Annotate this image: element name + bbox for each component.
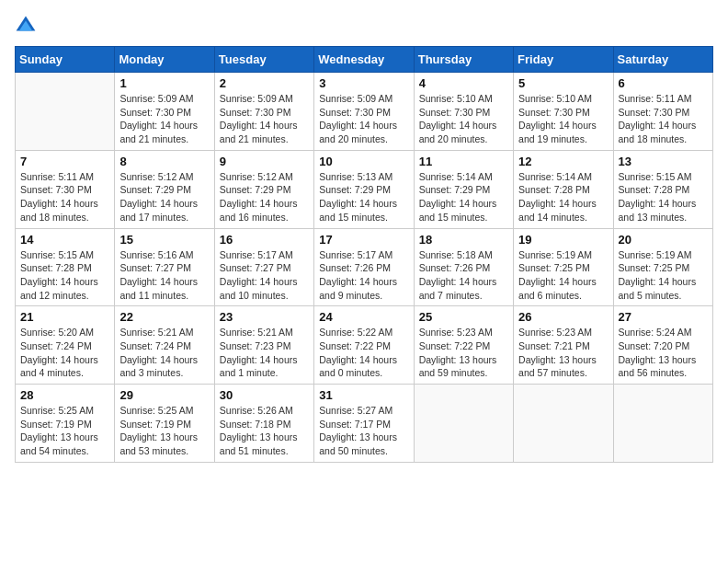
day-number: 18 (419, 233, 508, 247)
day-info: Sunrise: 5:25 AM Sunset: 7:19 PM Dayligh… (119, 404, 209, 458)
day-info: Sunrise: 5:24 AM Sunset: 7:20 PM Dayligh… (619, 326, 708, 380)
day-number: 6 (619, 76, 708, 90)
day-number: 29 (119, 388, 209, 402)
day-info: Sunrise: 5:18 AM Sunset: 7:26 PM Dayligh… (419, 248, 508, 303)
day-number: 1 (119, 76, 209, 90)
day-number: 11 (419, 155, 508, 168)
day-number: 13 (619, 155, 708, 168)
calendar-cell (514, 385, 613, 463)
day-info: Sunrise: 5:20 AM Sunset: 7:24 PM Dayligh… (20, 326, 109, 380)
day-number: 14 (20, 233, 109, 247)
calendar-cell: 4Sunrise: 5:10 AM Sunset: 7:30 PM Daylig… (414, 73, 513, 151)
day-info: Sunrise: 5:17 AM Sunset: 7:27 PM Dayligh… (220, 248, 309, 303)
day-number: 7 (20, 155, 109, 168)
day-number: 4 (419, 76, 508, 90)
day-info: Sunrise: 5:16 AM Sunset: 7:27 PM Dayligh… (119, 248, 209, 303)
column-header-thursday: Thursday (414, 47, 513, 73)
column-header-wednesday: Wednesday (314, 47, 414, 73)
day-number: 9 (220, 155, 309, 168)
calendar-cell: 27Sunrise: 5:24 AM Sunset: 7:20 PM Dayli… (613, 306, 712, 385)
calendar-cell: 14Sunrise: 5:15 AM Sunset: 7:28 PM Dayli… (16, 228, 115, 306)
day-number: 20 (619, 233, 708, 247)
day-number: 16 (220, 233, 309, 247)
calendar-cell: 7Sunrise: 5:11 AM Sunset: 7:30 PM Daylig… (16, 150, 115, 228)
day-info: Sunrise: 5:09 AM Sunset: 7:30 PM Dayligh… (220, 92, 309, 146)
calendar-header-row: SundayMondayTuesdayWednesdayThursdayFrid… (16, 47, 713, 73)
calendar-cell: 16Sunrise: 5:17 AM Sunset: 7:27 PM Dayli… (214, 228, 313, 306)
day-number: 24 (319, 310, 408, 324)
column-header-sunday: Sunday (16, 47, 115, 73)
calendar-cell: 2Sunrise: 5:09 AM Sunset: 7:30 PM Daylig… (214, 73, 313, 151)
calendar-cell: 11Sunrise: 5:14 AM Sunset: 7:29 PM Dayli… (414, 150, 513, 228)
calendar-cell: 12Sunrise: 5:14 AM Sunset: 7:28 PM Dayli… (514, 150, 613, 228)
day-number: 3 (319, 76, 408, 90)
day-info: Sunrise: 5:12 AM Sunset: 7:29 PM Dayligh… (119, 170, 209, 224)
day-number: 26 (518, 310, 608, 324)
calendar-cell: 20Sunrise: 5:19 AM Sunset: 7:25 PM Dayli… (613, 228, 712, 306)
column-header-saturday: Saturday (613, 47, 712, 73)
day-info: Sunrise: 5:10 AM Sunset: 7:30 PM Dayligh… (419, 92, 508, 146)
logo-icon (15, 15, 37, 37)
day-info: Sunrise: 5:19 AM Sunset: 7:25 PM Dayligh… (518, 248, 608, 303)
calendar-cell: 13Sunrise: 5:15 AM Sunset: 7:28 PM Dayli… (613, 150, 712, 228)
page-header (15, 15, 713, 37)
day-number: 28 (20, 388, 109, 402)
day-number: 22 (119, 310, 209, 324)
calendar-cell: 19Sunrise: 5:19 AM Sunset: 7:25 PM Dayli… (514, 228, 613, 306)
day-number: 30 (220, 388, 309, 402)
day-number: 19 (518, 233, 608, 247)
calendar-cell: 5Sunrise: 5:10 AM Sunset: 7:30 PM Daylig… (514, 73, 613, 151)
calendar-cell: 9Sunrise: 5:12 AM Sunset: 7:29 PM Daylig… (214, 150, 313, 228)
calendar-table: SundayMondayTuesdayWednesdayThursdayFrid… (15, 46, 713, 463)
calendar-cell: 30Sunrise: 5:26 AM Sunset: 7:18 PM Dayli… (214, 385, 313, 463)
calendar-week-row: 1Sunrise: 5:09 AM Sunset: 7:30 PM Daylig… (16, 73, 713, 151)
calendar-cell: 26Sunrise: 5:23 AM Sunset: 7:21 PM Dayli… (514, 306, 613, 385)
day-info: Sunrise: 5:11 AM Sunset: 7:30 PM Dayligh… (20, 170, 109, 224)
day-number: 27 (619, 310, 708, 324)
calendar-cell: 29Sunrise: 5:25 AM Sunset: 7:19 PM Dayli… (115, 385, 214, 463)
calendar-cell: 31Sunrise: 5:27 AM Sunset: 7:17 PM Dayli… (314, 385, 414, 463)
day-number: 15 (119, 233, 209, 247)
day-number: 10 (319, 155, 408, 168)
calendar-cell: 18Sunrise: 5:18 AM Sunset: 7:26 PM Dayli… (414, 228, 513, 306)
calendar-cell: 25Sunrise: 5:23 AM Sunset: 7:22 PM Dayli… (414, 306, 513, 385)
day-info: Sunrise: 5:19 AM Sunset: 7:25 PM Dayligh… (619, 248, 708, 303)
day-info: Sunrise: 5:14 AM Sunset: 7:29 PM Dayligh… (419, 170, 508, 224)
day-info: Sunrise: 5:21 AM Sunset: 7:23 PM Dayligh… (220, 326, 309, 380)
calendar-cell: 23Sunrise: 5:21 AM Sunset: 7:23 PM Dayli… (214, 306, 313, 385)
column-header-friday: Friday (514, 47, 613, 73)
day-info: Sunrise: 5:25 AM Sunset: 7:19 PM Dayligh… (20, 404, 109, 458)
day-number: 17 (319, 233, 408, 247)
day-number: 12 (518, 155, 608, 168)
calendar-cell: 28Sunrise: 5:25 AM Sunset: 7:19 PM Dayli… (16, 385, 115, 463)
day-info: Sunrise: 5:15 AM Sunset: 7:28 PM Dayligh… (619, 170, 708, 224)
day-info: Sunrise: 5:21 AM Sunset: 7:24 PM Dayligh… (119, 326, 209, 380)
logo (15, 15, 40, 37)
day-info: Sunrise: 5:13 AM Sunset: 7:29 PM Dayligh… (319, 170, 408, 224)
day-info: Sunrise: 5:17 AM Sunset: 7:26 PM Dayligh… (319, 248, 408, 303)
calendar-cell: 17Sunrise: 5:17 AM Sunset: 7:26 PM Dayli… (314, 228, 414, 306)
day-info: Sunrise: 5:15 AM Sunset: 7:28 PM Dayligh… (20, 248, 109, 303)
calendar-cell: 3Sunrise: 5:09 AM Sunset: 7:30 PM Daylig… (314, 73, 414, 151)
day-info: Sunrise: 5:26 AM Sunset: 7:18 PM Dayligh… (220, 404, 309, 458)
day-number: 5 (518, 76, 608, 90)
calendar-cell (414, 385, 513, 463)
calendar-week-row: 7Sunrise: 5:11 AM Sunset: 7:30 PM Daylig… (16, 150, 713, 228)
day-info: Sunrise: 5:11 AM Sunset: 7:30 PM Dayligh… (619, 92, 708, 146)
day-info: Sunrise: 5:27 AM Sunset: 7:17 PM Dayligh… (319, 404, 408, 458)
day-number: 21 (20, 310, 109, 324)
calendar-cell: 8Sunrise: 5:12 AM Sunset: 7:29 PM Daylig… (115, 150, 214, 228)
calendar-cell: 24Sunrise: 5:22 AM Sunset: 7:22 PM Dayli… (314, 306, 414, 385)
day-info: Sunrise: 5:12 AM Sunset: 7:29 PM Dayligh… (220, 170, 309, 224)
calendar-week-row: 28Sunrise: 5:25 AM Sunset: 7:19 PM Dayli… (16, 385, 713, 463)
day-info: Sunrise: 5:22 AM Sunset: 7:22 PM Dayligh… (319, 326, 408, 380)
calendar-cell (613, 385, 712, 463)
calendar-cell: 6Sunrise: 5:11 AM Sunset: 7:30 PM Daylig… (613, 73, 712, 151)
calendar-cell: 22Sunrise: 5:21 AM Sunset: 7:24 PM Dayli… (115, 306, 214, 385)
column-header-monday: Monday (115, 47, 214, 73)
day-number: 8 (119, 155, 209, 168)
day-info: Sunrise: 5:09 AM Sunset: 7:30 PM Dayligh… (319, 92, 408, 146)
calendar-cell (16, 73, 115, 151)
calendar-cell: 10Sunrise: 5:13 AM Sunset: 7:29 PM Dayli… (314, 150, 414, 228)
calendar-cell: 15Sunrise: 5:16 AM Sunset: 7:27 PM Dayli… (115, 228, 214, 306)
